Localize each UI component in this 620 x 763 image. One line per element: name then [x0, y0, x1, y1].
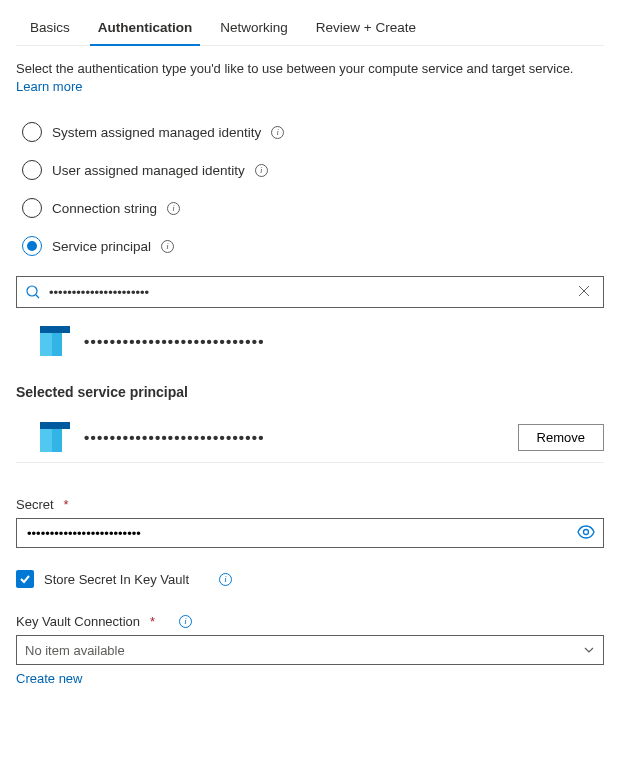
- intro-text: Select the authentication type you'd lik…: [16, 60, 604, 96]
- search-icon: [25, 284, 41, 300]
- kv-connection-value: No item available: [25, 643, 125, 658]
- create-new-link[interactable]: Create new: [16, 671, 82, 686]
- secret-label: Secret *: [16, 497, 604, 512]
- checkbox-checked-icon: [16, 570, 34, 588]
- svg-rect-6: [40, 333, 52, 356]
- result-label: ••••••••••••••••••••••••••••: [84, 333, 265, 350]
- service-principal-search[interactable]: [16, 276, 604, 308]
- radio-label: Connection string: [52, 201, 157, 216]
- radio-service-principal[interactable]: Service principal i: [22, 236, 604, 256]
- search-result-item[interactable]: ••••••••••••••••••••••••••••: [16, 320, 604, 362]
- remove-button[interactable]: Remove: [518, 424, 604, 451]
- required-indicator: *: [150, 614, 155, 629]
- store-keyvault-checkbox-row[interactable]: Store Secret In Key Vault i: [16, 570, 604, 588]
- radio-connection-string[interactable]: Connection string i: [22, 198, 604, 218]
- auth-type-radio-group: System assigned managed identity i User …: [22, 122, 604, 256]
- radio-label: System assigned managed identity: [52, 125, 261, 140]
- store-keyvault-label: Store Secret In Key Vault: [44, 572, 189, 587]
- tab-authentication[interactable]: Authentication: [84, 12, 207, 45]
- radio-icon: [22, 122, 42, 142]
- secret-input[interactable]: [25, 525, 577, 542]
- tab-networking[interactable]: Networking: [206, 12, 302, 45]
- svg-line-1: [36, 295, 39, 298]
- tab-review-create[interactable]: Review + Create: [302, 12, 430, 45]
- app-registration-icon: [40, 422, 70, 452]
- selected-principal-header: Selected service principal: [16, 384, 604, 400]
- selected-principal-row: •••••••••••••••••••••••••••• Remove: [16, 418, 604, 463]
- info-icon[interactable]: i: [161, 240, 174, 253]
- radio-system-identity[interactable]: System assigned managed identity i: [22, 122, 604, 142]
- info-icon[interactable]: i: [271, 126, 284, 139]
- radio-icon: [22, 198, 42, 218]
- info-icon[interactable]: i: [167, 202, 180, 215]
- secret-input-wrap[interactable]: [16, 518, 604, 548]
- radio-user-identity[interactable]: User assigned managed identity i: [22, 160, 604, 180]
- intro-body: Select the authentication type you'd lik…: [16, 61, 573, 76]
- radio-label: User assigned managed identity: [52, 163, 245, 178]
- svg-rect-4: [40, 326, 70, 333]
- kv-connection-label: Key Vault Connection * i: [16, 614, 604, 629]
- learn-more-link[interactable]: Learn more: [16, 79, 82, 94]
- kv-connection-select[interactable]: No item available: [16, 635, 604, 665]
- reveal-password-icon[interactable]: [577, 525, 595, 542]
- tab-basics[interactable]: Basics: [16, 12, 84, 45]
- selected-principal-label: ••••••••••••••••••••••••••••: [84, 429, 504, 446]
- svg-point-0: [27, 286, 37, 296]
- chevron-down-icon: [583, 644, 595, 656]
- svg-rect-7: [40, 422, 70, 429]
- search-input[interactable]: [41, 285, 573, 300]
- svg-rect-9: [40, 429, 52, 452]
- info-icon[interactable]: i: [255, 164, 268, 177]
- radio-icon: [22, 236, 42, 256]
- clear-icon[interactable]: [573, 280, 595, 305]
- radio-label: Service principal: [52, 239, 151, 254]
- required-indicator: *: [64, 497, 69, 512]
- radio-icon: [22, 160, 42, 180]
- kv-connection-label-text: Key Vault Connection: [16, 614, 140, 629]
- svg-point-10: [584, 529, 589, 534]
- info-icon[interactable]: i: [219, 573, 232, 586]
- info-icon[interactable]: i: [179, 615, 192, 628]
- app-registration-icon: [40, 326, 70, 356]
- tab-bar: Basics Authentication Networking Review …: [16, 12, 604, 46]
- secret-label-text: Secret: [16, 497, 54, 512]
